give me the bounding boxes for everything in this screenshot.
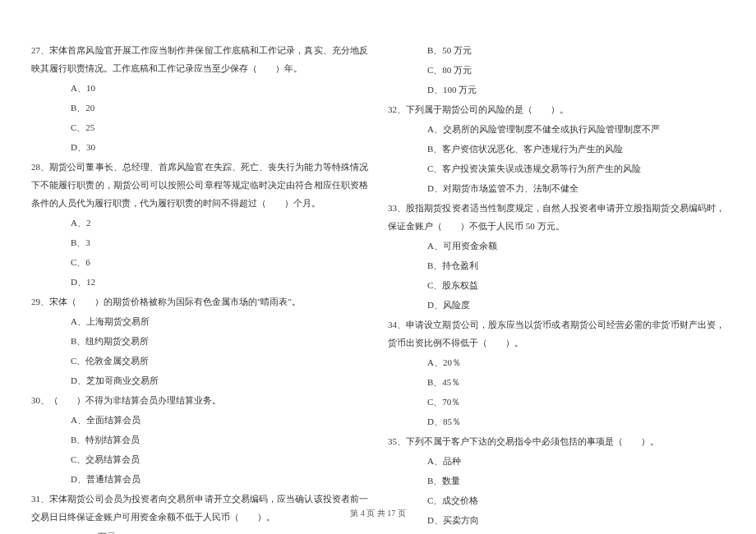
question-32-option-d: D、对期货市场监管不力、法制不健全 — [388, 179, 725, 197]
question-28-option-c: C、6 — [31, 253, 368, 271]
left-column: 27、宋体首席风险官开展工作应当制作并保留工作底稿和工作记录，真实、充分地反映其… — [31, 41, 378, 472]
question-35-option-b: B、数量 — [388, 472, 725, 490]
question-33-text: 33、股指期货投资者适当性制度规定，自然人投资者申请开立股指期货交易编码时，保证… — [388, 199, 725, 235]
right-column: B、50 万元 C、80 万元 D、100 万元 32、下列属于期货公司的风险的… — [378, 41, 725, 472]
question-34-option-c: C、70％ — [388, 393, 725, 411]
question-33-option-b: B、持仓盈利 — [388, 256, 725, 274]
question-31-option-b: B、50 万元 — [388, 41, 725, 59]
question-29-option-a: A、上海期货交易所 — [31, 312, 368, 330]
question-33-option-c: C、股东权益 — [388, 276, 725, 294]
question-29-option-c: C、伦敦金属交易所 — [31, 352, 368, 370]
question-36-text: 36、当期货从业人员利益与投资者利益发生或可能发生冲突时，（ ）。 — [388, 531, 725, 534]
question-32-option-a: A、交易所的风险管理制度不健全或执行风险管理制度不严 — [388, 120, 725, 138]
question-30-option-c: C、交易结算会员 — [31, 450, 368, 468]
question-33-option-a: A、可用资金余额 — [388, 237, 725, 255]
question-35-option-c: C、成交价格 — [388, 491, 725, 509]
question-30-text: 30、（ ）不得为非结算会员办理结算业务。 — [31, 391, 368, 409]
question-35-text: 35、下列不属于客户下达的交易指令中必须包括的事项是（ ）。 — [388, 432, 725, 450]
question-32-text: 32、下列属于期货公司的风险的是（ ）。 — [388, 100, 725, 118]
question-27-option-d: D、30 — [31, 138, 368, 156]
question-28-option-b: B、3 — [31, 233, 368, 251]
question-30-option-a: A、全面结算会员 — [31, 411, 368, 429]
question-28-option-d: D、12 — [31, 273, 368, 291]
question-33-option-d: D、风险度 — [388, 296, 725, 314]
question-30-option-b: B、特别结算会员 — [31, 430, 368, 449]
question-35-option-a: A、品种 — [388, 452, 725, 470]
question-29-text: 29、宋体（ ）的期货价格被称为国际有色金属市场的"晴雨表"。 — [31, 292, 368, 311]
question-27-option-a: A、10 — [31, 79, 368, 97]
question-34-option-a: A、20％ — [388, 353, 725, 371]
page-footer: 第 4 页 共 17 页 — [0, 508, 756, 519]
question-27-option-c: C、25 — [31, 118, 368, 136]
question-27-text: 27、宋体首席风险官开展工作应当制作并保留工作底稿和工作记录，真实、充分地反映其… — [31, 41, 368, 77]
question-32-option-b: B、客户资信状况恶化、客户违规行为产生的风险 — [388, 140, 725, 158]
question-34-text: 34、申请设立期货公司，股东应当以货币或者期货公司经营必需的非货币财产出资，货币… — [388, 315, 725, 352]
question-31-option-d: D、100 万元 — [388, 81, 725, 99]
question-30-option-d: D、普通结算会员 — [31, 470, 368, 488]
question-29-option-d: D、芝加哥商业交易所 — [31, 371, 368, 389]
question-34-option-d: D、85％ — [388, 412, 725, 430]
question-28-option-a: A、2 — [31, 214, 368, 232]
question-28-text: 28、期货公司董事长、总经理、首席风险官在失踪、死亡、丧失行为能力等特殊情况下不… — [31, 158, 368, 212]
exam-page: 27、宋体首席风险官开展工作应当制作并保留工作底稿和工作记录，真实、充分地反映其… — [0, 0, 756, 497]
question-29-option-b: B、纽约期货交易所 — [31, 332, 368, 350]
question-32-option-c: C、客户投资决策失误或违规交易等行为所产生的风险 — [388, 159, 725, 177]
question-34-option-b: B、45％ — [388, 373, 725, 391]
question-31-option-c: C、80 万元 — [388, 61, 725, 79]
question-31-option-a: A、20 万元 — [31, 527, 368, 534]
question-27-option-b: B、20 — [31, 99, 368, 117]
